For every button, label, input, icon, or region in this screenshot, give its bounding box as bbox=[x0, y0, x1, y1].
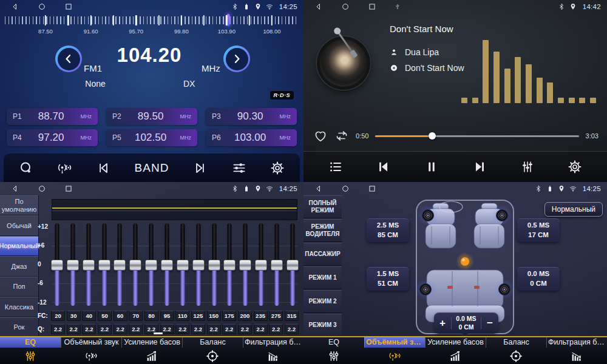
eq-band-slider[interactable] bbox=[239, 223, 251, 306]
slider-knob[interactable] bbox=[51, 260, 63, 271]
eq-band-slider[interactable] bbox=[51, 223, 63, 306]
eq-preset-item[interactable]: По умолчанию bbox=[0, 195, 38, 215]
volume-sliders-icon[interactable] bbox=[520, 160, 535, 174]
slider-knob[interactable] bbox=[223, 260, 236, 271]
eq-band-slider[interactable] bbox=[177, 223, 189, 306]
slider-knob[interactable] bbox=[114, 260, 126, 271]
listening-mode-item[interactable]: РЕЖИМ 3 bbox=[304, 314, 342, 337]
eq-preset-item[interactable]: Классика bbox=[0, 297, 38, 317]
tab-bass[interactable]: Усиление басов bbox=[121, 337, 182, 364]
eq-band-slider[interactable] bbox=[114, 223, 126, 306]
radio-preset-button[interactable]: P390.30MHz bbox=[206, 108, 297, 125]
delay-rear-right[interactable]: 0.0 MS0 CM bbox=[517, 267, 560, 291]
eq-band-slider[interactable] bbox=[145, 223, 157, 306]
tab-eq[interactable]: EQ bbox=[0, 337, 61, 364]
slider-knob[interactable] bbox=[67, 260, 79, 271]
slider-knob[interactable] bbox=[192, 260, 205, 271]
home-nav-icon[interactable] bbox=[38, 184, 46, 193]
frequency-pointer[interactable] bbox=[227, 14, 230, 26]
eq-preset-item[interactable]: Поп bbox=[0, 277, 38, 297]
playlist-icon[interactable] bbox=[328, 160, 343, 174]
eq-band-slider[interactable] bbox=[83, 223, 95, 306]
eq-preset-item[interactable]: Джаз bbox=[0, 256, 38, 276]
tab-filter[interactable]: Фильтрация ба... bbox=[546, 337, 607, 364]
slider-knob[interactable] bbox=[129, 260, 141, 271]
skip-back-icon[interactable] bbox=[375, 159, 391, 175]
eq-preset-item[interactable]: Обычай bbox=[0, 215, 38, 235]
skip-forward-icon[interactable] bbox=[472, 159, 488, 175]
slider-knob[interactable] bbox=[239, 260, 251, 271]
slider-knob[interactable] bbox=[145, 260, 157, 271]
eq-preset-item[interactable]: Рок bbox=[0, 317, 38, 337]
tab-balance[interactable]: Баланс bbox=[182, 337, 243, 364]
slider-knob[interactable] bbox=[208, 260, 220, 271]
scan-icon[interactable] bbox=[19, 161, 33, 175]
recents-nav-icon[interactable] bbox=[64, 2, 73, 11]
seek-bar[interactable] bbox=[375, 135, 578, 137]
decrease-delay-button[interactable]: − bbox=[481, 317, 498, 329]
slider-knob[interactable] bbox=[271, 260, 283, 271]
tab-eq[interactable]: EQ bbox=[304, 337, 364, 364]
radio-preset-button[interactable]: P5102.50MHz bbox=[106, 129, 197, 146]
repeat-icon[interactable] bbox=[334, 129, 349, 143]
radio-preset-button[interactable]: P289.50MHz bbox=[106, 108, 197, 125]
tune-down-button[interactable] bbox=[55, 46, 82, 72]
eq-band-slider[interactable] bbox=[287, 223, 299, 306]
listening-mode-item[interactable]: ПАССАЖИР bbox=[304, 243, 342, 266]
back-nav-icon[interactable] bbox=[11, 184, 19, 193]
home-nav-icon[interactable] bbox=[38, 2, 46, 11]
tab-surround[interactable]: Объёмный звук bbox=[364, 337, 425, 364]
frequency-scale[interactable]: 87.5091.6095.7099.80103.90108.00 bbox=[0, 13, 304, 36]
increase-delay-button[interactable]: + bbox=[434, 317, 451, 329]
home-nav-icon[interactable] bbox=[341, 2, 350, 11]
tune-up-button[interactable] bbox=[223, 46, 250, 72]
tab-bass[interactable]: Усиление басов bbox=[425, 337, 486, 364]
slider-knob[interactable] bbox=[177, 260, 189, 271]
tab-balance[interactable]: Баланс bbox=[486, 337, 546, 364]
eq-preset-item[interactable]: Нормальный bbox=[0, 236, 38, 256]
back-nav-icon[interactable] bbox=[11, 2, 19, 11]
tab-filter[interactable]: Фильтрация ба... bbox=[243, 337, 304, 364]
recents-nav-icon[interactable] bbox=[368, 2, 376, 11]
delay-rear-left[interactable]: 1.5 MS51 CM bbox=[367, 267, 409, 291]
eq-band-slider[interactable] bbox=[98, 223, 110, 306]
listening-mode-item[interactable]: ПОЛНЫЙ РЕЖИМ bbox=[304, 195, 342, 218]
slider-knob[interactable] bbox=[161, 260, 173, 271]
back-nav-icon[interactable] bbox=[314, 2, 323, 11]
back-nav-icon[interactable] bbox=[314, 184, 323, 193]
eq-band-slider[interactable] bbox=[208, 223, 220, 306]
skip-back-icon[interactable] bbox=[95, 160, 111, 176]
pause-icon[interactable] bbox=[424, 159, 439, 175]
equalizer-sliders-icon[interactable] bbox=[231, 160, 247, 176]
listening-mode-item[interactable]: РЕЖИМ 2 bbox=[304, 290, 342, 313]
skip-forward-icon[interactable] bbox=[192, 160, 208, 176]
slider-knob[interactable] bbox=[98, 260, 110, 271]
slider-knob[interactable] bbox=[255, 260, 267, 271]
recents-nav-icon[interactable] bbox=[64, 184, 73, 193]
eq-band-slider[interactable] bbox=[223, 223, 236, 306]
slider-knob[interactable] bbox=[83, 260, 95, 271]
delay-front-left[interactable]: 2.5 MS85 CM bbox=[367, 218, 409, 242]
listening-mode-item[interactable]: РЕЖИМ ВОДИТЕЛЯ bbox=[304, 219, 342, 242]
radio-preset-button[interactable]: P188.70MHz bbox=[7, 108, 98, 125]
eq-band-slider[interactable] bbox=[67, 223, 79, 306]
delay-front-right[interactable]: 0.5 MS17 CM bbox=[517, 218, 560, 242]
eq-band-slider[interactable] bbox=[129, 223, 141, 306]
listening-mode-item[interactable]: РЕЖИМ 1 bbox=[304, 266, 342, 289]
slider-knob[interactable] bbox=[287, 260, 299, 271]
home-nav-icon[interactable] bbox=[341, 184, 350, 193]
eq-band-slider[interactable] bbox=[255, 223, 267, 306]
tab-surround[interactable]: Объёмный звук bbox=[61, 337, 121, 364]
eq-band-slider[interactable] bbox=[192, 223, 205, 306]
settings-gear-icon[interactable] bbox=[568, 160, 582, 174]
eq-band-slider[interactable] bbox=[161, 223, 173, 306]
band-button[interactable]: BAND bbox=[135, 161, 169, 175]
broadcast-icon[interactable] bbox=[56, 160, 72, 176]
eq-band-slider[interactable] bbox=[271, 223, 283, 306]
recents-nav-icon[interactable] bbox=[368, 184, 376, 193]
favorite-heart-icon[interactable] bbox=[313, 129, 328, 143]
radio-preset-button[interactable]: P497.20MHz bbox=[7, 129, 98, 146]
seek-bar-thumb[interactable] bbox=[429, 132, 436, 140]
radio-preset-button[interactable]: P6103.00MHz bbox=[206, 129, 297, 146]
settings-gear-icon[interactable] bbox=[270, 161, 285, 175]
